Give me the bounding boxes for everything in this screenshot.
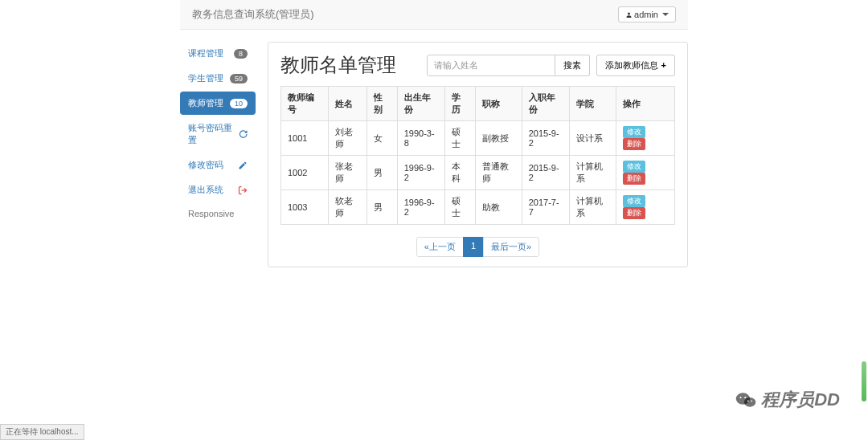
page-prev[interactable]: «上一页 — [416, 237, 464, 257]
sidebar-item-student[interactable]: 学生管理 59 — [180, 67, 256, 90]
table-cell: 硕士 — [445, 190, 476, 225]
table-cell: 硕士 — [445, 121, 476, 156]
add-teacher-button[interactable]: 添加教师信息 + — [596, 55, 675, 76]
th-name: 姓名 — [329, 87, 367, 121]
table-cell: 女 — [366, 121, 397, 156]
search-button[interactable]: 搜素 — [555, 55, 590, 76]
sidebar-item-label: 学生管理 — [188, 72, 223, 84]
navbar-brand: 教务信息查询系统(管理员) — [192, 7, 314, 22]
user-name: admin — [634, 10, 658, 19]
user-dropdown[interactable]: admin — [618, 6, 676, 22]
user-icon — [625, 11, 633, 18]
table-cell: 2015-9-2 — [522, 156, 569, 190]
table-cell: 普通教师 — [476, 156, 522, 190]
table-cell: 2015-9-2 — [522, 121, 569, 156]
th-hire: 入职年份 — [522, 87, 569, 121]
sidebar-item-teacher[interactable]: 教师管理 10 — [180, 92, 256, 115]
delete-button[interactable]: 删除 — [623, 207, 645, 219]
th-gender: 性别 — [366, 87, 397, 121]
sidebar-item-course[interactable]: 课程管理 8 — [180, 42, 256, 65]
edit-button[interactable]: 修改 — [623, 126, 645, 138]
sidebar: 课程管理 8 学生管理 59 教师管理 10 账号密码重置 修改密码 退出系统 … — [180, 42, 256, 267]
table-cell: 1001 — [281, 121, 329, 156]
delete-button[interactable]: 删除 — [623, 173, 645, 185]
table-cell: 计算机系 — [570, 190, 616, 225]
logout-icon — [238, 185, 248, 195]
table-row: 1003软老师男1996-9-2硕士助教2017-7-7计算机系修改删除 — [281, 190, 675, 225]
page-current[interactable]: 1 — [463, 237, 484, 257]
table-cell: 2017-7-7 — [522, 190, 569, 225]
table-cell: 刘老师 — [329, 121, 367, 156]
edit-button[interactable]: 修改 — [623, 195, 645, 207]
badge: 8 — [234, 49, 248, 59]
badge: 59 — [230, 74, 248, 84]
badge: 10 — [230, 99, 248, 108]
table-cell: 设计系 — [570, 121, 616, 156]
page-title: 教师名单管理 — [280, 52, 396, 78]
table-row: 1002张老师男1996-9-2本科普通教师2015-9-2计算机系修改删除 — [281, 156, 675, 190]
table-cell: 1996-9-2 — [397, 156, 444, 190]
th-ops: 操作 — [616, 87, 674, 121]
edit-button[interactable]: 修改 — [623, 161, 645, 173]
navbar: 教务信息查询系统(管理员) admin — [180, 0, 688, 30]
add-button-label: 添加教师信息 — [605, 59, 658, 71]
table-cell: 软老师 — [329, 190, 367, 225]
main-header: 教师名单管理 搜素 添加教师信息 + — [280, 52, 675, 78]
th-title: 职称 — [476, 87, 522, 121]
sidebar-footer: Responsive — [180, 203, 256, 224]
main-container: 课程管理 8 学生管理 59 教师管理 10 账号密码重置 修改密码 退出系统 … — [0, 30, 868, 267]
table-cell-ops: 修改删除 — [616, 156, 674, 190]
caret-icon — [662, 13, 669, 16]
table-cell-ops: 修改删除 — [616, 121, 674, 156]
table-cell: 1996-9-2 — [397, 190, 444, 225]
sidebar-item-label: 修改密码 — [188, 159, 223, 171]
main-panel: 教师名单管理 搜素 添加教师信息 + 教师编号 姓名 性别 出生年份 — [268, 42, 688, 267]
pagination: «上一页 1 最后一页» — [280, 237, 675, 257]
th-edu: 学历 — [445, 87, 476, 121]
sidebar-item-label: 教师管理 — [188, 97, 223, 109]
table-cell: 1990-3-8 — [397, 121, 444, 156]
table-cell: 副教授 — [476, 121, 522, 156]
refresh-icon — [239, 129, 248, 139]
table-cell: 张老师 — [329, 156, 367, 190]
sidebar-item-change-password[interactable]: 修改密码 — [180, 153, 256, 177]
table-cell: 助教 — [476, 190, 522, 225]
table-cell: 1002 — [281, 156, 329, 190]
table-cell-ops: 修改删除 — [616, 190, 674, 225]
table-header-row: 教师编号 姓名 性别 出生年份 学历 职称 入职年份 学院 操作 — [281, 87, 675, 121]
pencil-icon — [238, 161, 248, 170]
table-cell: 男 — [366, 190, 397, 225]
th-id: 教师编号 — [281, 87, 329, 121]
plus-icon: + — [661, 60, 666, 70]
search-group: 搜素 — [427, 55, 590, 76]
table-cell: 男 — [366, 156, 397, 190]
sidebar-item-reset-password[interactable]: 账号密码重置 — [180, 116, 256, 152]
sidebar-item-label: 账号密码重置 — [188, 122, 239, 146]
page-last[interactable]: 最后一页» — [483, 237, 539, 257]
sidebar-item-label: 课程管理 — [188, 47, 223, 59]
teacher-table: 教师编号 姓名 性别 出生年份 学历 职称 入职年份 学院 操作 1001刘老师… — [280, 86, 675, 225]
delete-button[interactable]: 删除 — [623, 138, 645, 150]
main-actions: 搜素 添加教师信息 + — [427, 55, 675, 76]
table-cell: 计算机系 — [570, 156, 616, 190]
table-row: 1001刘老师女1990-3-8硕士副教授2015-9-2设计系修改删除 — [281, 121, 675, 156]
svg-point-0 — [628, 12, 630, 14]
table-cell: 1003 — [281, 190, 329, 225]
table-cell: 本科 — [445, 156, 476, 190]
search-input[interactable] — [427, 55, 555, 76]
th-birth: 出生年份 — [397, 87, 444, 121]
sidebar-item-label: 退出系统 — [188, 184, 223, 196]
th-dept: 学院 — [570, 87, 616, 121]
sidebar-item-logout[interactable]: 退出系统 — [180, 178, 256, 202]
